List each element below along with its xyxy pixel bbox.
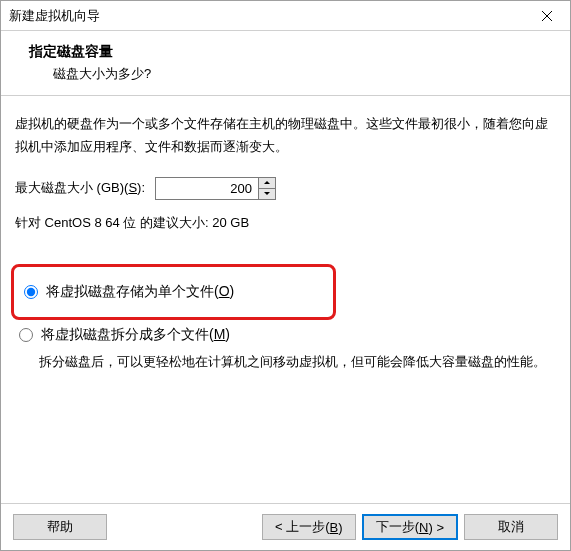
disk-size-input[interactable] xyxy=(155,177,259,200)
option-split-files-radio[interactable] xyxy=(19,328,33,342)
option-split-files[interactable]: 将虚拟磁盘拆分成多个文件(M) xyxy=(15,322,556,348)
wizard-body: 虚拟机的硬盘作为一个或多个文件存储在主机的物理磁盘中。这些文件最初很小，随着您向… xyxy=(1,96,570,373)
option-split-files-label: 将虚拟磁盘拆分成多个文件(M) xyxy=(41,326,230,344)
description-text: 虚拟机的硬盘作为一个或多个文件存储在主机的物理磁盘中。这些文件最初很小，随着您向… xyxy=(15,112,556,159)
next-button[interactable]: 下一步(N) > xyxy=(362,514,458,540)
page-title: 指定磁盘容量 xyxy=(29,43,546,61)
option-single-file-label: 将虚拟磁盘存储为单个文件(O) xyxy=(46,283,234,301)
disk-size-spinner xyxy=(155,177,276,200)
chevron-down-icon xyxy=(264,192,270,195)
back-button[interactable]: < 上一步(B) xyxy=(262,514,356,540)
wizard-footer: 帮助 < 上一步(B) 下一步(N) > 取消 xyxy=(1,503,570,550)
help-button[interactable]: 帮助 xyxy=(13,514,107,540)
option-single-file-radio[interactable] xyxy=(24,285,38,299)
wizard-header: 指定磁盘容量 磁盘大小为多少? xyxy=(1,31,570,96)
titlebar: 新建虚拟机向导 xyxy=(1,1,570,31)
close-button[interactable] xyxy=(524,1,570,31)
storage-options: 将虚拟磁盘存储为单个文件(O) 将虚拟磁盘拆分成多个文件(M) 拆分磁盘后，可以… xyxy=(15,264,556,373)
highlight-annotation: 将虚拟磁盘存储为单个文件(O) xyxy=(11,264,336,320)
option-single-file[interactable]: 将虚拟磁盘存储为单个文件(O) xyxy=(20,279,327,305)
option-split-description: 拆分磁盘后，可以更轻松地在计算机之间移动虚拟机，但可能会降低大容量磁盘的性能。 xyxy=(15,348,556,373)
spin-down-button[interactable] xyxy=(259,188,276,200)
close-icon xyxy=(542,11,552,21)
disk-size-label: 最大磁盘大小 (GB)(S): xyxy=(15,179,145,197)
disk-size-row: 最大磁盘大小 (GB)(S): xyxy=(15,177,556,200)
spin-up-button[interactable] xyxy=(259,177,276,188)
recommended-size-text: 针对 CentOS 8 64 位 的建议大小: 20 GB xyxy=(15,214,556,232)
chevron-up-icon xyxy=(264,181,270,184)
window-title: 新建虚拟机向导 xyxy=(9,7,100,25)
cancel-button[interactable]: 取消 xyxy=(464,514,558,540)
page-subtitle: 磁盘大小为多少? xyxy=(29,65,546,83)
